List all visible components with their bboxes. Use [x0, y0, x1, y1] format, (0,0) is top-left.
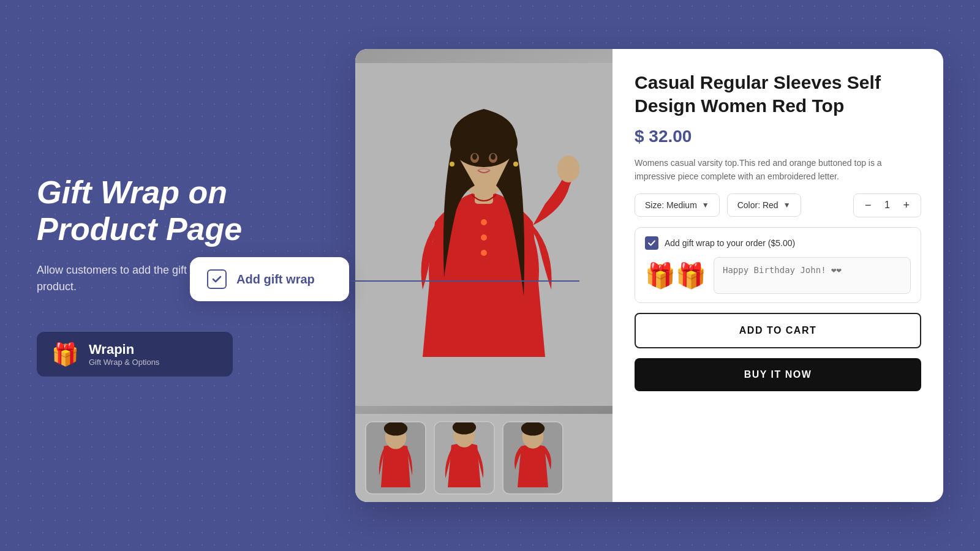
thumb-inner-1	[366, 422, 425, 493]
checkbox-icon	[207, 269, 227, 289]
thumb-inner-2	[435, 422, 494, 493]
gift-wrap-checkbox[interactable]	[645, 236, 658, 250]
gift-wrap-popup-label: Add gift wrap	[236, 272, 315, 287]
product-details: Casual Regular Sleeves Self Design Women…	[612, 49, 943, 502]
left-panel: Gift Wrap on Product Page Allow customer…	[37, 174, 294, 377]
connector-line	[341, 280, 579, 282]
thumbnail-3[interactable]	[502, 421, 564, 495]
gift-wrap-popup-card[interactable]: Add gift wrap	[190, 257, 349, 301]
svg-point-10	[513, 162, 518, 167]
gift-box-icon: 🎁🎁	[645, 263, 706, 288]
quantity-control: − 1 +	[853, 193, 921, 217]
svg-point-14	[481, 250, 487, 256]
main-product-image	[355, 49, 612, 414]
thumbnail-row	[355, 414, 612, 502]
product-card: Casual Regular Sleeves Self Design Women…	[355, 49, 943, 502]
gift-message-row: 🎁🎁	[645, 257, 911, 294]
thumbnail-1[interactable]	[365, 421, 426, 495]
svg-point-23	[521, 421, 545, 435]
wrapin-badge: 🎁 Wrapin Gift Wrap & Options	[37, 332, 233, 377]
size-dropdown[interactable]: Size: Medium ▼	[635, 193, 720, 217]
wrapin-tagline: Gift Wrap & Options	[89, 358, 159, 367]
size-arrow-icon: ▼	[702, 201, 709, 209]
color-dropdown[interactable]: Color: Red ▼	[727, 193, 801, 217]
svg-point-13	[481, 234, 487, 241]
gift-wrap-option-label: Add gift wrap to your order ($5.00)	[665, 238, 795, 248]
page-container: Gift Wrap on Product Page Allow customer…	[0, 0, 980, 551]
gift-wrap-icon: 🎁	[51, 343, 79, 365]
quantity-increase-button[interactable]: +	[900, 199, 912, 212]
svg-point-9	[450, 162, 454, 167]
quantity-value: 1	[881, 200, 893, 211]
product-price: $ 32.00	[635, 127, 921, 146]
svg-point-7	[472, 154, 477, 160]
svg-point-8	[491, 154, 496, 160]
color-arrow-icon: ▼	[783, 201, 791, 209]
add-to-cart-label: ADD TO CART	[739, 325, 816, 335]
add-to-cart-button[interactable]: ADD TO CART	[635, 313, 921, 348]
buy-now-button[interactable]: BUY IT NOW	[635, 358, 921, 391]
gift-message-input[interactable]	[714, 257, 911, 294]
product-image-svg	[355, 49, 612, 414]
size-label: Size: Medium	[645, 200, 697, 210]
quantity-decrease-button[interactable]: −	[862, 199, 874, 212]
product-title: Casual Regular Sleeves Self Design Women…	[635, 71, 921, 117]
svg-point-17	[384, 421, 407, 435]
color-label: Color: Red	[737, 200, 778, 210]
wrapin-text: Wrapin Gift Wrap & Options	[89, 342, 159, 367]
gift-wrap-header: Add gift wrap to your order ($5.00)	[645, 236, 911, 250]
svg-point-12	[481, 219, 487, 225]
thumb-inner-3	[503, 422, 562, 493]
wrapin-name: Wrapin	[89, 342, 159, 358]
svg-point-11	[557, 156, 579, 182]
product-description: Womens casual varsity top.This red and o…	[635, 156, 921, 184]
gift-wrap-section: Add gift wrap to your order ($5.00) 🎁🎁	[635, 227, 921, 303]
product-options: Size: Medium ▼ Color: Red ▼ − 1 +	[635, 193, 921, 217]
buy-now-label: BUY IT NOW	[744, 369, 812, 380]
hero-title: Gift Wrap on Product Page	[37, 174, 270, 248]
thumbnail-2[interactable]	[434, 421, 495, 495]
product-image-section	[355, 49, 612, 502]
